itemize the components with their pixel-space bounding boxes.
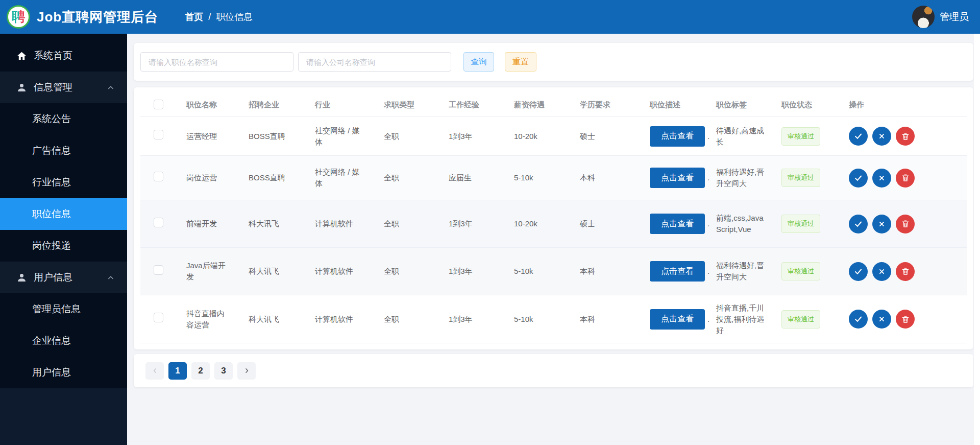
col-industry: 行业	[307, 100, 376, 110]
delete-button[interactable]	[896, 169, 915, 188]
col-actions: 操作	[841, 100, 967, 110]
app-logo-icon: 聘	[7, 5, 30, 29]
pagination-next-button[interactable]	[237, 362, 256, 380]
pagination-page-3[interactable]: 3	[214, 362, 233, 380]
col-status: 职位状态	[773, 100, 841, 110]
job-tags: 待遇好,高速成长	[708, 125, 773, 148]
select-all-checkbox[interactable]	[154, 100, 163, 109]
col-description: 职位描述	[642, 100, 708, 110]
reject-button[interactable]	[872, 169, 891, 188]
breadcrumb-home[interactable]: 首页	[185, 11, 203, 23]
approve-button[interactable]	[849, 169, 868, 188]
sidebar-item-system-announcement[interactable]: 系统公告	[0, 103, 127, 135]
view-description-button[interactable]: 点击查看	[650, 168, 705, 188]
reject-button[interactable]	[872, 310, 891, 329]
col-company: 招聘企业	[240, 100, 307, 110]
approve-button[interactable]	[849, 215, 868, 233]
app-title: Job直聘网管理后台	[37, 8, 158, 26]
delete-button[interactable]	[896, 127, 915, 146]
sidebar-item-industry-info[interactable]: 行业信息	[0, 167, 127, 198]
delete-button[interactable]	[896, 310, 915, 329]
reject-button[interactable]	[872, 215, 891, 233]
reset-button[interactable]: 重置	[505, 52, 536, 72]
col-job-title: 职位名称	[178, 100, 240, 110]
job-title: 抖音直播内容运营	[178, 308, 240, 331]
sidebar: 系统首页 信息管理 系统公告 广告信息 行业信息 职位信息	[0, 34, 127, 445]
pagination-prev-button[interactable]	[145, 362, 164, 380]
reject-button[interactable]	[872, 127, 891, 146]
col-job-type: 求职类型	[376, 100, 440, 110]
query-button[interactable]: 查询	[463, 52, 494, 72]
row-checkbox[interactable]	[154, 265, 163, 275]
view-description-button[interactable]: 点击查看	[650, 214, 705, 234]
col-experience: 工作经验	[440, 100, 506, 110]
sidebar-item-company-info[interactable]: 企业信息	[0, 325, 127, 357]
breadcrumb: 首页 / 职位信息	[185, 11, 253, 23]
row-checkbox[interactable]	[154, 218, 163, 227]
status-badge: 审核通过	[781, 127, 820, 146]
job-tags: 福利待遇好,晋升空间大	[708, 260, 773, 283]
pagination-page-1[interactable]: 1	[168, 362, 187, 380]
job-title: Java后端开发	[178, 260, 240, 283]
approve-button[interactable]	[849, 310, 868, 329]
sidebar-group-user-info[interactable]: 用户信息	[0, 262, 127, 293]
col-education: 学历要求	[572, 100, 642, 110]
chevron-up-icon	[107, 273, 115, 282]
approve-button[interactable]	[849, 127, 868, 146]
sidebar-item-home[interactable]: 系统首页	[0, 40, 127, 72]
job-title: 岗位运营	[178, 172, 240, 183]
col-tags: 职位标签	[708, 100, 773, 110]
table-header-row: 职位名称 招聘企业 行业 求职类型 工作经验 薪资待遇 学历要求 职位描述 职位…	[140, 93, 967, 117]
sidebar-item-ad-info[interactable]: 广告信息	[0, 135, 127, 167]
user-name: 管理员	[940, 10, 969, 24]
company-name-search-input[interactable]	[298, 52, 451, 72]
table-row: 运营经理 BOSS直聘 社交网络 / 媒体 全职 1到3年 10-20k 硕士 …	[140, 117, 967, 156]
table-row: Java后端开发 科大讯飞 计算机软件 全职 1到3年 5-10k 本科 点击查…	[140, 248, 967, 295]
status-badge: 审核通过	[781, 310, 820, 329]
pagination-page-2[interactable]: 2	[191, 362, 210, 380]
table-row: 前端开发 科大讯飞 计算机软件 全职 1到3年 10-20k 硕士 点击查看 .…	[140, 200, 967, 248]
chevron-up-icon	[107, 83, 115, 91]
user-icon	[16, 272, 27, 283]
job-title: 前端开发	[178, 218, 240, 229]
view-description-button[interactable]: 点击查看	[650, 126, 705, 147]
row-checkbox[interactable]	[154, 172, 163, 181]
main-content: 查询 重置 职位名称 招聘企业 行业 求职类型 工作经验 薪资待遇 学历要求 职…	[127, 34, 980, 445]
logo-glyph: 聘	[12, 8, 26, 26]
sidebar-item-job-info[interactable]: 职位信息	[0, 198, 127, 230]
user-avatar[interactable]	[912, 6, 935, 28]
sidebar-item-job-delivery[interactable]: 岗位投递	[0, 230, 127, 262]
vertical-scrollbar[interactable]	[974, 34, 980, 445]
sidebar-group-info-management[interactable]: 信息管理	[0, 72, 127, 103]
job-title: 运营经理	[178, 131, 240, 142]
breadcrumb-separator: /	[208, 12, 211, 22]
approve-button[interactable]	[849, 262, 868, 281]
row-checkbox[interactable]	[154, 313, 163, 322]
status-badge: 审核通过	[781, 262, 820, 280]
row-checkbox[interactable]	[154, 130, 163, 139]
table-row: 岗位运营 BOSS直聘 社交网络 / 媒体 全职 应届生 5-10k 本科 点击…	[140, 156, 967, 200]
job-tags: 福利待遇好,晋升空间大	[708, 167, 773, 189]
col-salary: 薪资待遇	[506, 100, 572, 110]
view-description-button[interactable]: 点击查看	[650, 261, 705, 282]
breadcrumb-current: 职位信息	[216, 11, 253, 23]
table-row: 抖音直播内容运营 科大讯飞 计算机软件 全职 1到3年 5-10k 本科 点击查…	[140, 295, 967, 343]
job-table: 职位名称 招聘企业 行业 求职类型 工作经验 薪资待遇 学历要求 职位描述 职位…	[134, 87, 973, 349]
search-panel: 查询 重置	[134, 43, 973, 81]
pagination: 1 2 3	[134, 354, 973, 387]
reject-button[interactable]	[872, 262, 891, 281]
delete-button[interactable]	[896, 262, 915, 281]
sidebar-item-admin-info[interactable]: 管理员信息	[0, 293, 127, 325]
home-icon	[16, 51, 27, 61]
job-tags: 前端,css,JavaScript,Vue	[708, 213, 773, 235]
delete-button[interactable]	[896, 215, 915, 233]
app-header: 聘 Job直聘网管理后台 首页 / 职位信息 管理员	[0, 0, 980, 34]
job-tags: 抖音直播,千川投流,福利待遇好	[708, 302, 773, 336]
view-description-button[interactable]: 点击查看	[650, 309, 705, 330]
status-badge: 审核通过	[781, 169, 820, 187]
sidebar-item-user-info[interactable]: 用户信息	[0, 357, 127, 388]
status-badge: 审核通过	[781, 215, 820, 233]
user-icon	[16, 82, 27, 93]
job-name-search-input[interactable]	[140, 52, 293, 72]
